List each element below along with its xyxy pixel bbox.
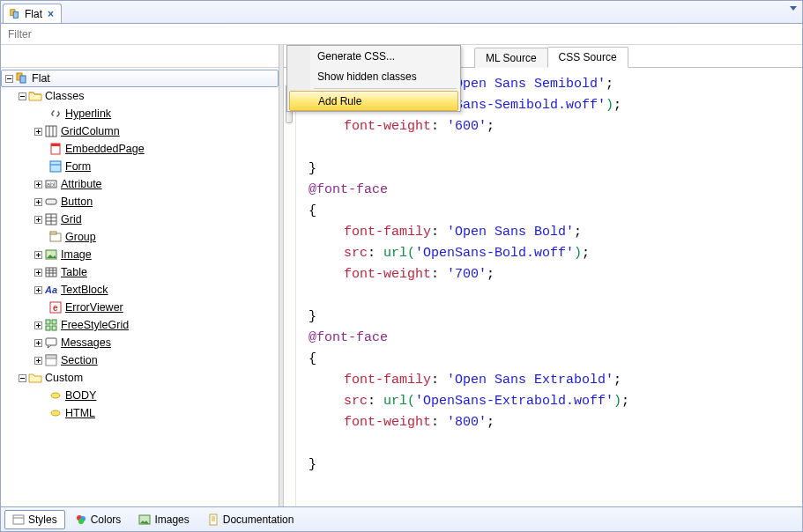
class-tree[interactable]: Flat Classes Hyperlink GridColumn — [1, 68, 279, 506]
freestyle-grid-icon — [44, 318, 58, 332]
tree-item-attribute[interactable]: abl Attribute — [1, 175, 279, 193]
expand-icon[interactable] — [34, 198, 42, 206]
tree-label: EmbeddedPage — [65, 143, 145, 155]
expand-icon[interactable] — [34, 269, 42, 277]
group-icon — [48, 230, 63, 244]
svg-rect-31 — [52, 320, 56, 324]
tree-label: Custom — [45, 372, 83, 384]
button-icon — [44, 195, 58, 209]
bottom-tab-styles[interactable]: Styles — [4, 510, 65, 529]
tree-item-custom[interactable]: Custom — [1, 369, 279, 387]
tree-item-hyperlink[interactable]: Hyperlink — [1, 105, 279, 122]
tree-item-group[interactable]: Group — [1, 228, 279, 246]
expand-icon[interactable] — [34, 339, 42, 347]
expand-icon[interactable] — [34, 128, 42, 136]
tree-item-embeddedpage[interactable]: EmbeddedPage — [1, 140, 279, 158]
page-icon — [48, 142, 63, 156]
images-icon — [138, 514, 151, 526]
svg-rect-1 — [13, 11, 18, 18]
tab-css-source[interactable]: CSS Source — [547, 47, 628, 68]
menu-item-show-hidden[interactable]: Show hidden classes — [287, 66, 460, 86]
svg-text:Aa: Aa — [44, 284, 57, 295]
menu-item-add-rule[interactable]: Add Rule — [289, 91, 458, 111]
tree-label: Button — [61, 196, 93, 208]
textblock-icon: Aa — [44, 283, 58, 297]
expand-icon[interactable] — [34, 286, 42, 294]
bottom-tab-images[interactable]: Images — [130, 510, 197, 529]
link-icon — [48, 107, 63, 121]
tree-item-textblock[interactable]: Aa TextBlock — [1, 281, 279, 299]
tree-item-html[interactable]: HTML — [1, 404, 279, 422]
tree-item-table[interactable]: Table — [1, 263, 279, 281]
table-icon — [44, 265, 58, 279]
tree-label: BODY — [65, 389, 96, 402]
tree-item-body[interactable]: BODY — [1, 387, 279, 404]
svg-text:abl: abl — [47, 181, 56, 188]
file-tab-bar: Flat × — [1, 1, 802, 24]
folder-open-icon — [28, 89, 42, 103]
tree-item-button[interactable]: Button — [1, 193, 279, 211]
tab-overflow-dropdown[interactable] — [790, 6, 797, 11]
menu-item-label: Show hidden classes — [317, 70, 417, 83]
collapse-icon[interactable] — [19, 374, 26, 382]
bottom-tab-bar: Styles Colors Images Documentation — [1, 506, 802, 531]
tree-item-errorviewer[interactable]: e ErrorViewer — [1, 299, 279, 316]
tree-item-classes[interactable]: Classes — [1, 87, 279, 105]
error-icon: e — [48, 300, 63, 314]
attribute-icon: abl — [44, 177, 58, 191]
svg-rect-22 — [46, 268, 56, 277]
tree-label: Classes — [45, 90, 84, 102]
bottom-tab-label: Images — [154, 514, 189, 526]
tree-label: Image — [61, 248, 92, 261]
expand-icon[interactable] — [34, 181, 42, 188]
collapse-icon[interactable] — [5, 75, 13, 83]
tree-item-messages[interactable]: Messages — [1, 334, 279, 351]
node-icon — [48, 388, 63, 403]
expand-icon[interactable] — [34, 357, 42, 365]
tree-label: Section — [61, 354, 98, 366]
tree-label: ErrorViewer — [65, 301, 123, 314]
svg-rect-13 — [46, 199, 56, 204]
theme-icon — [9, 8, 21, 20]
grid-icon — [44, 212, 58, 226]
bottom-tab-documentation[interactable]: Documentation — [199, 510, 302, 529]
messages-icon — [44, 336, 58, 350]
svg-point-38 — [51, 410, 60, 416]
svg-rect-39 — [13, 515, 24, 524]
tree-label: GridColumn — [61, 125, 120, 137]
svg-rect-9 — [50, 161, 61, 172]
collapse-icon[interactable] — [19, 92, 26, 100]
file-tab-label: Flat — [25, 8, 42, 20]
bottom-tab-colors[interactable]: Colors — [67, 510, 130, 529]
tree-label: Flat — [32, 72, 50, 85]
expand-icon[interactable] — [34, 251, 42, 259]
tab-ml-source[interactable]: ML Source — [474, 48, 548, 68]
filter-bar — [1, 24, 802, 45]
bottom-tab-label: Documentation — [223, 514, 294, 526]
svg-rect-30 — [46, 320, 50, 324]
tree-item-grid[interactable]: Grid — [1, 211, 279, 228]
tree-item-section[interactable]: Section — [1, 351, 279, 369]
tree-item-image[interactable]: Image — [1, 246, 279, 263]
colors-icon — [75, 514, 87, 526]
tree-item-freestylegrid[interactable]: FreeStyleGrid — [1, 316, 279, 334]
file-tab-flat[interactable]: Flat × — [3, 4, 62, 23]
svg-point-21 — [48, 253, 51, 255]
svg-rect-45 — [210, 514, 217, 525]
expand-icon[interactable] — [34, 216, 42, 224]
image-icon — [44, 248, 58, 262]
filter-input[interactable] — [1, 26, 802, 43]
grid-column-icon — [44, 124, 58, 138]
expand-icon[interactable] — [34, 321, 42, 329]
svg-rect-36 — [46, 355, 56, 358]
menu-item-generate-css[interactable]: Generate CSS... — [287, 46, 460, 66]
outline-gutter[interactable] — [284, 69, 296, 506]
css-source-editor[interactable]: font-family: 'Open Sans Semibold';src: u… — [296, 69, 802, 506]
close-icon[interactable]: × — [46, 8, 56, 20]
tree-item-form[interactable]: Form — [1, 158, 279, 175]
tree-item-gridcolumn[interactable]: GridColumn — [1, 122, 279, 140]
tree-item-flat[interactable]: Flat — [1, 70, 279, 87]
form-icon — [48, 159, 63, 174]
styles-icon — [12, 514, 25, 526]
svg-point-43 — [78, 519, 84, 524]
